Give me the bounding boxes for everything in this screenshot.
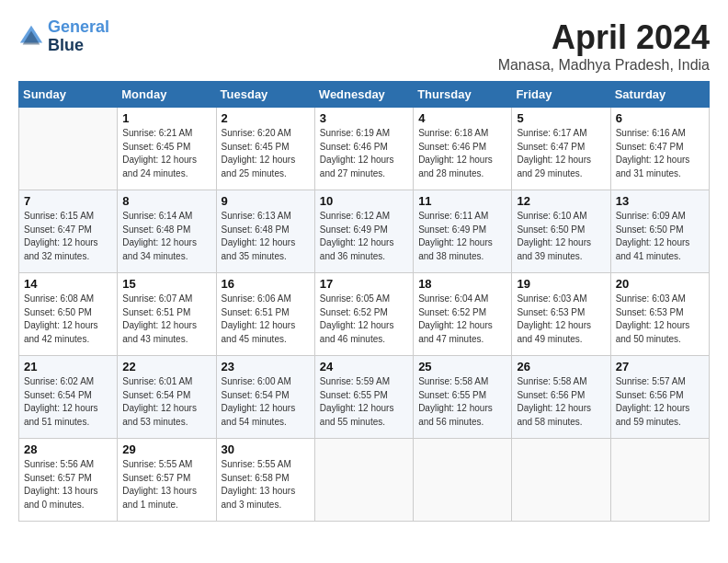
calendar-week-row: 28Sunrise: 5:56 AMSunset: 6:57 PMDayligh… [19, 439, 710, 522]
calendar-cell: 23Sunrise: 6:00 AMSunset: 6:54 PMDayligh… [216, 356, 314, 439]
weekday-header-cell: Wednesday [314, 82, 413, 108]
title-section: April 2024 Manasa, Madhya Pradesh, India [498, 18, 710, 74]
calendar-cell [314, 439, 413, 522]
day-number: 2 [222, 111, 310, 125]
calendar-body: 1Sunrise: 6:21 AMSunset: 6:45 PMDaylight… [19, 108, 710, 522]
day-info: Sunrise: 6:14 AMSunset: 6:48 PMDaylight:… [122, 210, 210, 263]
calendar-cell: 3Sunrise: 6:19 AMSunset: 6:46 PMDaylight… [314, 108, 413, 190]
day-number: 3 [320, 111, 408, 125]
day-number: 22 [122, 360, 210, 373]
day-info: Sunrise: 6:17 AMSunset: 6:47 PMDaylight:… [517, 127, 605, 180]
weekday-header-cell: Thursday [414, 82, 512, 108]
day-info: Sunrise: 5:55 AMSunset: 6:58 PMDaylight:… [222, 458, 310, 511]
day-number: 6 [616, 111, 704, 125]
day-number: 10 [320, 194, 408, 208]
day-info: Sunrise: 6:12 AMSunset: 6:49 PMDaylight:… [320, 210, 408, 263]
day-number: 5 [517, 111, 605, 125]
day-number: 13 [616, 194, 704, 208]
day-info: Sunrise: 6:09 AMSunset: 6:50 PMDaylight:… [616, 210, 704, 263]
calendar-table: SundayMondayTuesdayWednesdayThursdayFrid… [18, 81, 710, 522]
calendar-cell: 5Sunrise: 6:17 AMSunset: 6:47 PMDaylight… [512, 108, 610, 190]
location-subtitle: Manasa, Madhya Pradesh, India [498, 57, 710, 74]
day-number: 19 [517, 277, 605, 291]
calendar-cell: 16Sunrise: 6:06 AMSunset: 6:51 PMDayligh… [216, 273, 314, 356]
calendar-cell: 11Sunrise: 6:11 AMSunset: 6:49 PMDayligh… [414, 190, 512, 273]
day-number: 30 [222, 442, 310, 456]
weekday-header-cell: Saturday [610, 82, 709, 108]
day-number: 1 [122, 111, 210, 125]
day-number: 25 [418, 360, 506, 373]
day-number: 26 [517, 360, 605, 373]
day-info: Sunrise: 6:03 AMSunset: 6:53 PMDaylight:… [616, 293, 704, 346]
day-info: Sunrise: 6:01 AMSunset: 6:54 PMDaylight:… [122, 375, 210, 429]
day-number: 11 [418, 194, 506, 208]
calendar-cell: 12Sunrise: 6:10 AMSunset: 6:50 PMDayligh… [512, 190, 610, 273]
calendar-cell [19, 108, 118, 190]
calendar-cell: 1Sunrise: 6:21 AMSunset: 6:45 PMDaylight… [118, 108, 216, 190]
calendar-cell: 7Sunrise: 6:15 AMSunset: 6:47 PMDaylight… [19, 190, 118, 273]
calendar-week-row: 14Sunrise: 6:08 AMSunset: 6:50 PMDayligh… [19, 273, 710, 356]
day-info: Sunrise: 6:03 AMSunset: 6:53 PMDaylight:… [517, 293, 605, 346]
day-number: 14 [24, 277, 112, 291]
calendar-cell: 29Sunrise: 5:55 AMSunset: 6:57 PMDayligh… [118, 439, 216, 522]
day-info: Sunrise: 6:21 AMSunset: 6:45 PMDaylight:… [122, 127, 210, 180]
day-info: Sunrise: 6:04 AMSunset: 6:52 PMDaylight:… [418, 293, 506, 346]
logo-icon [18, 24, 44, 50]
day-info: Sunrise: 6:10 AMSunset: 6:50 PMDaylight:… [517, 210, 605, 263]
month-year-title: April 2024 [498, 18, 710, 57]
day-number: 28 [24, 442, 112, 456]
calendar-cell: 14Sunrise: 6:08 AMSunset: 6:50 PMDayligh… [19, 273, 118, 356]
day-number: 16 [222, 277, 310, 291]
day-number: 9 [222, 194, 310, 208]
day-info: Sunrise: 5:58 AMSunset: 6:56 PMDaylight:… [517, 375, 605, 429]
calendar-cell: 24Sunrise: 5:59 AMSunset: 6:55 PMDayligh… [314, 356, 413, 439]
day-number: 24 [320, 360, 408, 373]
day-info: Sunrise: 5:59 AMSunset: 6:55 PMDaylight:… [320, 375, 408, 429]
day-info: Sunrise: 5:55 AMSunset: 6:57 PMDaylight:… [122, 458, 210, 511]
page-header: GeneralBlue April 2024 Manasa, Madhya Pr… [18, 18, 710, 74]
calendar-cell: 19Sunrise: 6:03 AMSunset: 6:53 PMDayligh… [512, 273, 610, 356]
calendar-cell: 30Sunrise: 5:55 AMSunset: 6:58 PMDayligh… [216, 439, 314, 522]
calendar-cell: 20Sunrise: 6:03 AMSunset: 6:53 PMDayligh… [610, 273, 709, 356]
day-number: 4 [418, 111, 506, 125]
calendar-week-row: 21Sunrise: 6:02 AMSunset: 6:54 PMDayligh… [19, 356, 710, 439]
calendar-week-row: 1Sunrise: 6:21 AMSunset: 6:45 PMDaylight… [19, 108, 710, 190]
day-number: 8 [122, 194, 210, 208]
day-info: Sunrise: 6:13 AMSunset: 6:48 PMDaylight:… [222, 210, 310, 263]
logo: GeneralBlue [18, 18, 109, 55]
calendar-cell: 4Sunrise: 6:18 AMSunset: 6:46 PMDaylight… [414, 108, 512, 190]
day-info: Sunrise: 6:06 AMSunset: 6:51 PMDaylight:… [222, 293, 310, 346]
calendar-cell: 22Sunrise: 6:01 AMSunset: 6:54 PMDayligh… [118, 356, 216, 439]
day-info: Sunrise: 6:19 AMSunset: 6:46 PMDaylight:… [320, 127, 408, 180]
calendar-cell: 9Sunrise: 6:13 AMSunset: 6:48 PMDaylight… [216, 190, 314, 273]
calendar-cell: 6Sunrise: 6:16 AMSunset: 6:47 PMDaylight… [610, 108, 709, 190]
day-number: 27 [616, 360, 704, 373]
day-info: Sunrise: 6:02 AMSunset: 6:54 PMDaylight:… [24, 375, 112, 429]
calendar-cell: 26Sunrise: 5:58 AMSunset: 6:56 PMDayligh… [512, 356, 610, 439]
day-info: Sunrise: 6:00 AMSunset: 6:54 PMDaylight:… [222, 375, 310, 429]
day-number: 20 [616, 277, 704, 291]
logo-text: GeneralBlue [48, 18, 109, 55]
day-number: 17 [320, 277, 408, 291]
day-info: Sunrise: 5:57 AMSunset: 6:56 PMDaylight:… [616, 375, 704, 429]
calendar-cell [610, 439, 709, 522]
day-number: 23 [222, 360, 310, 373]
day-info: Sunrise: 6:08 AMSunset: 6:50 PMDaylight:… [24, 293, 112, 346]
weekday-header-cell: Tuesday [216, 82, 314, 108]
day-info: Sunrise: 5:58 AMSunset: 6:55 PMDaylight:… [418, 375, 506, 429]
calendar-cell: 13Sunrise: 6:09 AMSunset: 6:50 PMDayligh… [610, 190, 709, 273]
calendar-cell: 15Sunrise: 6:07 AMSunset: 6:51 PMDayligh… [118, 273, 216, 356]
calendar-cell: 17Sunrise: 6:05 AMSunset: 6:52 PMDayligh… [314, 273, 413, 356]
calendar-cell: 27Sunrise: 5:57 AMSunset: 6:56 PMDayligh… [610, 356, 709, 439]
day-number: 21 [24, 360, 112, 373]
calendar-cell: 21Sunrise: 6:02 AMSunset: 6:54 PMDayligh… [19, 356, 118, 439]
weekday-header-cell: Monday [118, 82, 216, 108]
calendar-cell: 2Sunrise: 6:20 AMSunset: 6:45 PMDaylight… [216, 108, 314, 190]
day-info: Sunrise: 6:11 AMSunset: 6:49 PMDaylight:… [418, 210, 506, 263]
day-info: Sunrise: 6:05 AMSunset: 6:52 PMDaylight:… [320, 293, 408, 346]
day-info: Sunrise: 6:15 AMSunset: 6:47 PMDaylight:… [24, 210, 112, 263]
calendar-cell: 28Sunrise: 5:56 AMSunset: 6:57 PMDayligh… [19, 439, 118, 522]
day-info: Sunrise: 6:16 AMSunset: 6:47 PMDaylight:… [616, 127, 704, 180]
weekday-header-cell: Sunday [19, 82, 118, 108]
weekday-header-cell: Friday [512, 82, 610, 108]
